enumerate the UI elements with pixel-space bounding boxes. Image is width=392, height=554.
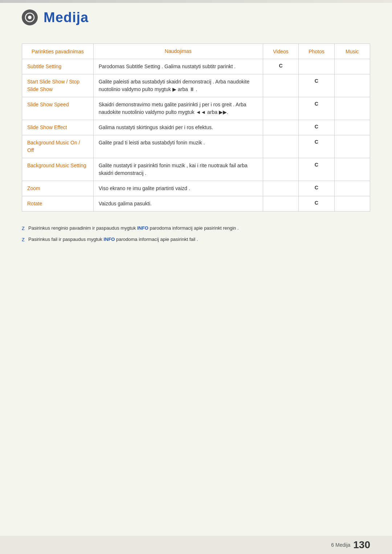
cell-videos-2 — [263, 97, 298, 120]
svg-point-1 — [28, 16, 32, 19]
cell-music-1 — [334, 74, 370, 97]
cell-desc-2: Skaidri demonstravimo metu galite pasiri… — [93, 97, 263, 120]
table-row: Start Slide Show / Stop Slide ShowGalite… — [22, 74, 370, 97]
cell-feature-2: Slide Show Speed — [22, 97, 94, 120]
cell-desc-7: Vaizdus galima pasukti. — [93, 196, 263, 212]
note-bullet-1: z — [22, 225, 25, 232]
cell-videos-7 — [263, 196, 298, 212]
cell-photos-3: C — [299, 120, 334, 135]
cell-desc-0: Parodomas Subtitle Setting . Galima nust… — [93, 59, 263, 74]
cell-photos-7: C — [299, 196, 334, 212]
table-row: Background Music SettingGalite nustatyti… — [22, 158, 370, 181]
table-row: ZoomViso ekrano re imu galite priartinti… — [22, 181, 370, 196]
logo-circle — [22, 9, 38, 25]
cell-photos-2: C — [299, 97, 334, 120]
note-text-1: Pasirinkus renginio pavadinim ir paspaud… — [28, 225, 370, 232]
header-photos: Photos — [299, 44, 334, 59]
cell-feature-3: Slide Show Effect — [22, 120, 94, 135]
note-item-1: z Pasirinkus renginio pavadinim ir paspa… — [22, 225, 370, 232]
note-bullet-2: z — [22, 236, 25, 243]
header-videos: Videos — [263, 44, 298, 59]
cell-feature-0: Subtitle Setting — [22, 59, 94, 74]
cell-desc-6: Viso ekrano re imu galite priartinti vai… — [93, 181, 263, 196]
top-bar — [0, 0, 392, 3]
cell-desc-3: Galima nustatyti skirtingus skaidri per … — [93, 120, 263, 135]
header-description: Naudojimas — [93, 44, 263, 59]
cell-desc-1: Galite paleisti arba sustabdyti skaidri … — [93, 74, 263, 97]
table-row: Background Music On / OffGalite prad ti … — [22, 135, 370, 158]
page-title: Medija — [44, 10, 89, 25]
footer: 6 Medija 130 — [0, 536, 392, 554]
cell-music-7 — [334, 196, 370, 212]
cell-feature-1: Start Slide Show / Stop Slide Show — [22, 74, 94, 97]
cell-videos-6 — [263, 181, 298, 196]
footer-page-number: 130 — [353, 539, 370, 551]
header-feature: Parinkties pavadinimas — [22, 44, 94, 59]
cell-photos-4: C — [299, 135, 334, 158]
main-content: Parinkties pavadinimas Naudojimas Videos… — [0, 29, 392, 262]
cell-feature-5: Background Music Setting — [22, 158, 94, 181]
cell-desc-5: Galite nustatyti ir pasirinkti fonin muz… — [93, 158, 263, 181]
table-row: Subtitle SettingParodomas Subtitle Setti… — [22, 59, 370, 74]
cell-desc-4: Galite prad ti leisti arba sustabdyti fo… — [93, 135, 263, 158]
cell-videos-1 — [263, 74, 298, 97]
footer-section-label: 6 Medija — [331, 542, 350, 548]
cell-photos-1: C — [299, 74, 334, 97]
cell-videos-5 — [263, 158, 298, 181]
cell-music-6 — [334, 181, 370, 196]
table-row: RotateVaizdus galima pasukti.C — [22, 196, 370, 212]
cell-feature-4: Background Music On / Off — [22, 135, 94, 158]
cell-videos-0: C — [263, 59, 298, 74]
feature-table: Parinkties pavadinimas Naudojimas Videos… — [22, 44, 370, 212]
cell-music-0 — [334, 59, 370, 74]
header-area: Medija — [0, 3, 392, 29]
table-row: Slide Show EffectGalima nustatyti skirti… — [22, 120, 370, 135]
note-item-2: z Pasirinkus fail ir paspaudus mygtuk IN… — [22, 236, 370, 243]
cell-videos-4 — [263, 135, 298, 158]
cell-music-2 — [334, 97, 370, 120]
cell-photos-0 — [299, 59, 334, 74]
table-row: Slide Show SpeedSkaidri demonstravimo me… — [22, 97, 370, 120]
cell-photos-6: C — [299, 181, 334, 196]
note-text-2: Pasirinkus fail ir paspaudus mygtuk INFO… — [28, 236, 370, 243]
cell-feature-7: Rotate — [22, 196, 94, 212]
cell-feature-6: Zoom — [22, 181, 94, 196]
cell-music-5 — [334, 158, 370, 181]
cell-photos-5: C — [299, 158, 334, 181]
notes-section: z Pasirinkus renginio pavadinim ir paspa… — [22, 225, 370, 243]
header-music: Music — [334, 44, 370, 59]
cell-videos-3 — [263, 120, 298, 135]
cell-music-3 — [334, 120, 370, 135]
cell-music-4 — [334, 135, 370, 158]
